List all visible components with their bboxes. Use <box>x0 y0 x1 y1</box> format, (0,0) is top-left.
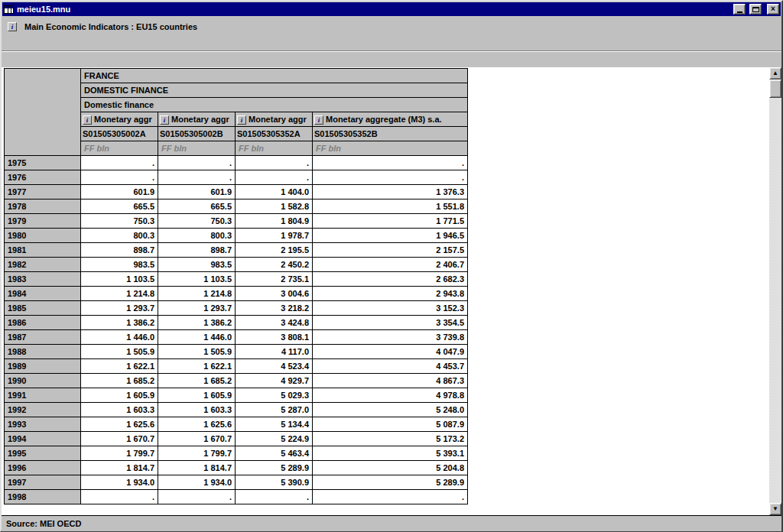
data-cell[interactable]: 5 390.9 <box>236 475 313 490</box>
data-cell[interactable]: 2 406.7 <box>313 258 468 272</box>
data-cell[interactable]: . <box>236 490 313 504</box>
close-button[interactable]: × <box>767 4 779 15</box>
data-cell[interactable]: 1 685.2 <box>81 374 158 388</box>
data-cell[interactable]: 1 603.3 <box>81 403 158 417</box>
year-cell[interactable]: 1994 <box>5 432 81 446</box>
data-cell[interactable]: 5 393.1 <box>313 446 468 461</box>
data-cell[interactable]: 1 814.7 <box>158 461 236 475</box>
data-cell[interactable]: 5 289.9 <box>313 475 468 490</box>
data-cell[interactable]: 4 978.8 <box>313 388 468 403</box>
data-cell[interactable]: 5 134.4 <box>236 417 313 432</box>
data-cell[interactable]: 1 934.0 <box>81 475 158 490</box>
year-cell[interactable]: 1996 <box>5 461 81 475</box>
year-cell[interactable]: 1995 <box>5 446 81 461</box>
year-cell[interactable]: 1997 <box>5 475 81 490</box>
data-cell[interactable]: 983.5 <box>158 258 236 272</box>
scroll-down-button[interactable]: ▼ <box>769 503 781 515</box>
data-cell[interactable]: 898.7 <box>81 243 158 258</box>
data-cell[interactable]: 1 670.7 <box>81 432 158 446</box>
data-cell[interactable]: 1 376.3 <box>313 185 468 200</box>
data-cell[interactable]: 665.5 <box>81 200 158 214</box>
year-cell[interactable]: 1987 <box>5 330 81 345</box>
data-cell[interactable]: 4 047.9 <box>313 345 468 359</box>
data-cell[interactable]: 1 386.2 <box>158 316 236 330</box>
year-cell[interactable]: 1992 <box>5 403 81 417</box>
data-cell[interactable]: 1 804.9 <box>236 214 313 229</box>
data-cell[interactable]: 1 404.0 <box>236 185 313 200</box>
data-cell[interactable]: 1 551.8 <box>313 200 468 214</box>
data-cell[interactable]: 5 087.9 <box>313 417 468 432</box>
data-cell[interactable]: 5 248.0 <box>313 403 468 417</box>
data-cell[interactable]: 1 603.3 <box>158 403 236 417</box>
data-cell[interactable]: . <box>81 490 158 504</box>
year-cell[interactable]: 1988 <box>5 345 81 359</box>
year-cell[interactable]: 1998 <box>5 490 81 504</box>
data-cell[interactable]: 3 739.8 <box>313 330 468 345</box>
vertical-scrollbar[interactable]: ▲ ▼ <box>769 67 781 515</box>
year-cell[interactable]: 1983 <box>5 272 81 287</box>
data-cell[interactable]: 4 453.7 <box>313 359 468 374</box>
year-cell[interactable]: 1991 <box>5 388 81 403</box>
data-cell[interactable]: 3 218.2 <box>236 301 313 316</box>
data-cell[interactable]: 1 505.9 <box>81 345 158 359</box>
data-cell[interactable]: 4 867.3 <box>313 374 468 388</box>
year-cell[interactable]: 1993 <box>5 417 81 432</box>
data-cell[interactable]: 4 117.0 <box>236 345 313 359</box>
year-cell[interactable]: 1979 <box>5 214 81 229</box>
data-cell[interactable]: 1 605.9 <box>158 388 236 403</box>
data-cell[interactable]: . <box>313 490 468 504</box>
data-cell[interactable]: . <box>236 170 313 185</box>
data-cell[interactable]: 4 929.7 <box>236 374 313 388</box>
data-cell[interactable]: 2 195.5 <box>236 243 313 258</box>
data-cell[interactable]: 1 771.5 <box>313 214 468 229</box>
data-cell[interactable]: 3 808.1 <box>236 330 313 345</box>
data-cell[interactable]: 1 214.8 <box>158 287 236 301</box>
data-cell[interactable]: 1 582.8 <box>236 200 313 214</box>
data-cell[interactable]: 601.9 <box>81 185 158 200</box>
data-cell[interactable]: 665.5 <box>158 200 236 214</box>
column-header[interactable]: iMonetary aggregate (M3) s.a. <box>313 112 468 127</box>
data-cell[interactable]: 898.7 <box>158 243 236 258</box>
data-cell[interactable]: 800.3 <box>158 229 236 243</box>
data-cell[interactable]: 3 354.5 <box>313 316 468 330</box>
data-cell[interactable]: 2 943.8 <box>313 287 468 301</box>
data-cell[interactable]: 5 029.3 <box>236 388 313 403</box>
year-cell[interactable]: 1990 <box>5 374 81 388</box>
data-cell[interactable]: 3 004.6 <box>236 287 313 301</box>
data-cell[interactable]: 5 463.4 <box>236 446 313 461</box>
data-cell[interactable]: 1 622.1 <box>81 359 158 374</box>
data-cell[interactable]: . <box>158 490 236 504</box>
data-cell[interactable]: 601.9 <box>158 185 236 200</box>
data-cell[interactable]: 5 289.9 <box>236 461 313 475</box>
year-cell[interactable]: 1989 <box>5 359 81 374</box>
info-icon[interactable]: i <box>314 115 323 125</box>
data-cell[interactable]: 1 505.9 <box>158 345 236 359</box>
maximize-button[interactable] <box>749 4 762 15</box>
scrollbar-thumb[interactable] <box>769 79 781 98</box>
data-cell[interactable]: . <box>236 156 313 170</box>
data-cell[interactable]: 1 946.5 <box>313 229 468 243</box>
data-cell[interactable]: . <box>313 170 468 185</box>
data-cell[interactable]: 2 682.3 <box>313 272 468 287</box>
data-cell[interactable]: 1 799.7 <box>81 446 158 461</box>
data-cell[interactable]: 1 386.2 <box>81 316 158 330</box>
data-cell[interactable]: 1 103.5 <box>81 272 158 287</box>
info-icon[interactable]: i <box>8 22 17 31</box>
data-cell[interactable]: 1 293.7 <box>81 301 158 316</box>
year-cell[interactable]: 1977 <box>5 185 81 200</box>
data-cell[interactable]: 5 173.2 <box>313 432 468 446</box>
info-icon[interactable]: i <box>160 115 169 125</box>
year-cell[interactable]: 1978 <box>5 200 81 214</box>
data-cell[interactable]: 3 424.8 <box>236 316 313 330</box>
year-cell[interactable]: 1981 <box>5 243 81 258</box>
minimize-button[interactable] <box>733 4 746 15</box>
data-cell[interactable]: . <box>81 156 158 170</box>
year-cell[interactable]: 1975 <box>5 156 81 170</box>
data-cell[interactable]: 1 685.2 <box>158 374 236 388</box>
data-cell[interactable]: 1 625.6 <box>158 417 236 432</box>
data-cell[interactable]: 1 293.7 <box>158 301 236 316</box>
data-cell[interactable]: 1 446.0 <box>158 330 236 345</box>
year-cell[interactable]: 1982 <box>5 258 81 272</box>
data-cell[interactable]: . <box>81 170 158 185</box>
year-cell[interactable]: 1984 <box>5 287 81 301</box>
